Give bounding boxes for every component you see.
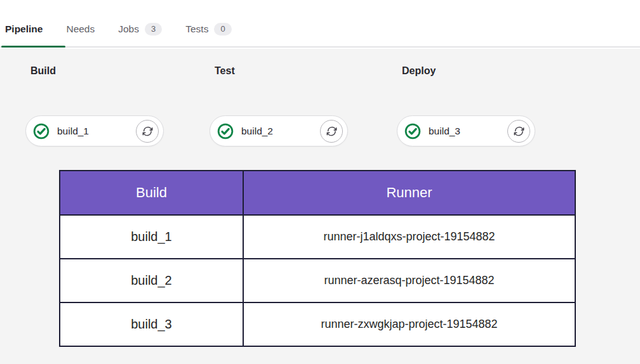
tab-pipeline[interactable]: Pipeline — [5, 23, 43, 35]
job-name: build_1 — [57, 126, 136, 137]
table-row: build_1 runner-j1aldqxs-project-19154882 — [60, 215, 575, 259]
tab-tests-label: Tests — [185, 23, 208, 35]
job-pill-build_2[interactable]: build_2 — [210, 115, 348, 146]
tab-pipeline-label: Pipeline — [5, 23, 43, 35]
build-cell: build_2 — [60, 259, 243, 302]
retry-job-button[interactable] — [136, 120, 159, 143]
job-name: build_3 — [429, 126, 507, 137]
retry-job-button[interactable] — [507, 120, 530, 143]
column-header-runner: Runner — [243, 171, 575, 215]
tab-tests[interactable]: Tests 0 — [185, 23, 231, 36]
stage-title: Build — [30, 65, 56, 77]
retry-icon — [514, 126, 524, 136]
retry-job-button[interactable] — [320, 120, 343, 143]
active-tab-underline — [1, 46, 65, 48]
status-success-icon — [33, 123, 50, 140]
build-cell: build_1 — [60, 215, 243, 259]
retry-icon — [326, 126, 337, 136]
tests-count-badge: 0 — [214, 23, 231, 36]
job-name: build_2 — [241, 126, 320, 137]
table-row: build_2 runner-azerasq-project-19154882 — [60, 259, 575, 302]
build-runner-table: Build Runner build_1 runner-j1aldqxs-pro… — [59, 170, 576, 347]
pipeline-page: Pipeline Needs Jobs 3 Tests 0 Build — [0, 0, 640, 364]
runner-cell: runner-j1aldqxs-project-19154882 — [243, 215, 575, 259]
job-pill-build_3[interactable]: build_3 — [397, 115, 535, 146]
retry-icon — [142, 126, 153, 136]
table-header-row: Build Runner — [60, 171, 575, 215]
tab-needs[interactable]: Needs — [66, 23, 95, 35]
runner-cell: runner-azerasq-project-19154882 — [243, 259, 575, 302]
tab-needs-label: Needs — [66, 23, 95, 35]
build-cell: build_3 — [60, 302, 243, 346]
job-pill-build_1[interactable]: build_1 — [25, 115, 164, 146]
pipeline-graph-area: Build build_1 Test — [0, 49, 640, 364]
tab-jobs[interactable]: Jobs 3 — [118, 23, 162, 36]
tabs-list: Pipeline Needs Jobs 3 Tests 0 — [5, 23, 232, 36]
stage-title: Deploy — [402, 65, 436, 77]
runner-cell: runner-zxwgkjap-project-19154882 — [243, 302, 575, 346]
status-success-icon — [404, 123, 421, 140]
tab-jobs-label: Jobs — [118, 23, 139, 35]
status-success-icon — [217, 123, 234, 140]
tab-bar: Pipeline Needs Jobs 3 Tests 0 — [0, 0, 640, 48]
table-row: build_3 runner-zxwgkjap-project-19154882 — [60, 302, 575, 346]
column-header-build: Build — [60, 171, 243, 215]
jobs-count-badge: 3 — [145, 23, 162, 36]
stage-title: Test — [215, 65, 235, 77]
